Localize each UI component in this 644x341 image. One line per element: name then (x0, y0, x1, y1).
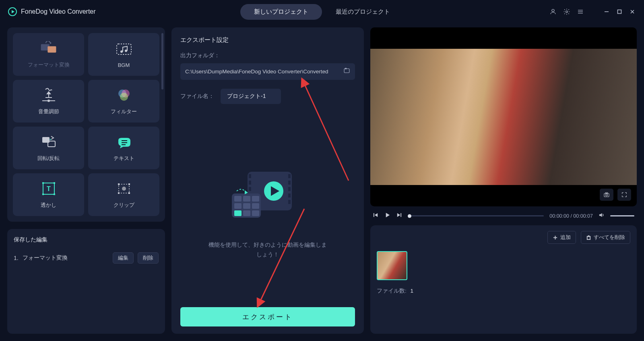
svg-rect-58 (252, 196, 259, 202)
file-name-input[interactable]: プロジェクト-1 (221, 89, 281, 104)
svg-rect-57 (243, 196, 250, 202)
tool-watermark[interactable]: T 透かし (13, 173, 84, 216)
menu-icon[interactable] (576, 8, 584, 16)
export-settings-panel: エクスポート設定 出力フォルダ： C:\Users\DumpMedia\Fone… (171, 27, 364, 334)
window-close-button[interactable] (629, 8, 636, 15)
bgm-icon (115, 41, 133, 57)
app-logo-icon (8, 7, 17, 16)
tool-volume[interactable]: 音量調節 (13, 80, 84, 123)
tool-label: フィルター (111, 108, 137, 115)
svg-rect-48 (288, 174, 291, 178)
tab-new-project[interactable]: 新しいプロジェクト (240, 4, 322, 20)
export-button[interactable]: エクスポート (180, 307, 355, 326)
delete-all-button[interactable]: すべてを削除 (581, 231, 630, 244)
saved-edit-index: 1. (14, 255, 19, 261)
tool-bgm[interactable]: BGM (88, 33, 159, 76)
file-count-value: 1 (411, 288, 414, 294)
file-list-panel: 追加 すべてを削除 ファイル数: 1 (370, 225, 637, 334)
play-button[interactable] (384, 212, 390, 220)
svg-rect-6 (618, 10, 621, 14)
svg-rect-60 (243, 203, 250, 209)
svg-point-18 (47, 100, 50, 102)
player-controls: 00:00:00 / 00:00:07 (370, 212, 637, 220)
svg-point-35 (122, 187, 126, 191)
tool-label: テキスト (114, 155, 134, 162)
window-minimize-button[interactable] (603, 8, 610, 15)
tool-label: フォーマット変換 (28, 61, 70, 69)
file-count: ファイル数: 1 (377, 287, 630, 295)
saved-edits-title: 保存した編集 (14, 236, 159, 243)
svg-rect-22 (42, 137, 50, 143)
svg-rect-77 (400, 213, 401, 217)
svg-point-21 (120, 93, 128, 101)
svg-marker-78 (599, 213, 602, 217)
delete-all-label: すべてを削除 (594, 234, 625, 241)
title-bar: FoneDog Video Converter 新しいプロジェクト 最近のプロジ… (0, 0, 644, 23)
svg-rect-72 (605, 193, 607, 194)
svg-point-0 (552, 9, 554, 12)
window-maximize-button[interactable] (616, 8, 623, 15)
svg-rect-64 (252, 210, 259, 216)
svg-rect-59 (234, 203, 242, 209)
tool-rotate-flip[interactable]: 回転/反転 (13, 127, 84, 169)
svg-point-24 (50, 139, 51, 140)
svg-text:T: T (47, 185, 51, 192)
svg-rect-51 (288, 193, 291, 198)
svg-marker-76 (397, 213, 400, 217)
tool-label: 音量調節 (38, 108, 59, 115)
volume-icon[interactable] (599, 212, 605, 220)
svg-point-1 (566, 11, 568, 13)
tool-text[interactable]: テキスト (88, 127, 159, 169)
prev-frame-button[interactable] (373, 212, 379, 220)
svg-rect-38 (118, 192, 120, 194)
rotate-flip-icon (40, 134, 58, 150)
svg-rect-62 (234, 210, 242, 216)
tool-label: BGM (118, 62, 130, 68)
svg-rect-56 (234, 196, 242, 202)
saved-edit-delete-button[interactable]: 削除 (138, 252, 159, 264)
svg-marker-74 (375, 213, 378, 217)
export-settings-title: エクスポート設定 (180, 36, 355, 44)
svg-marker-11 (50, 42, 52, 44)
tool-grid-scrollbar[interactable] (161, 33, 163, 89)
volume-adjust-icon (40, 87, 58, 103)
tool-filter[interactable]: フィルター (88, 80, 159, 123)
svg-rect-44 (249, 181, 251, 185)
saved-edits-panel: 保存した編集 1. フォーマット変換 編集 削除 (7, 229, 165, 334)
account-icon[interactable] (549, 8, 557, 16)
svg-rect-10 (47, 46, 56, 53)
next-frame-button[interactable] (396, 212, 402, 220)
add-file-button[interactable]: 追加 (547, 231, 576, 244)
settings-gear-icon[interactable] (563, 8, 571, 16)
text-icon (115, 134, 133, 150)
tool-clip[interactable]: クリップ (88, 173, 159, 216)
svg-rect-49 (288, 181, 291, 185)
video-preview-frame (370, 49, 637, 185)
svg-rect-73 (374, 213, 374, 217)
svg-rect-45 (249, 187, 251, 191)
saved-edit-edit-button[interactable]: 編集 (113, 252, 134, 264)
svg-rect-50 (288, 187, 291, 191)
saved-edit-name: フォーマット変換 (23, 254, 109, 262)
browse-folder-icon[interactable] (343, 67, 350, 76)
fullscreen-button[interactable] (617, 189, 631, 201)
svg-rect-39 (128, 192, 130, 194)
svg-rect-32 (54, 193, 55, 195)
volume-slider[interactable] (610, 215, 634, 216)
seek-bar[interactable] (408, 215, 544, 216)
svg-rect-63 (243, 210, 250, 216)
output-folder-field[interactable]: C:\Users\DumpMedia\FoneDog Video Convert… (180, 63, 355, 80)
snapshot-button[interactable] (600, 189, 613, 201)
editor-illustration-icon (225, 168, 310, 228)
svg-rect-43 (249, 174, 251, 178)
tool-label: クリップ (114, 202, 134, 209)
clip-icon (115, 181, 133, 197)
file-thumbnail[interactable] (377, 251, 407, 280)
tab-recent-projects[interactable]: 最近のプロジェクト (322, 4, 404, 20)
tool-format-convert[interactable]: フォーマット変換 (13, 33, 84, 76)
app-title: FoneDog Video Converter (21, 8, 96, 15)
svg-rect-52 (288, 200, 291, 204)
tool-label: 回転/反転 (37, 155, 60, 162)
watermark-icon: T (40, 181, 58, 197)
svg-rect-81 (587, 236, 590, 239)
